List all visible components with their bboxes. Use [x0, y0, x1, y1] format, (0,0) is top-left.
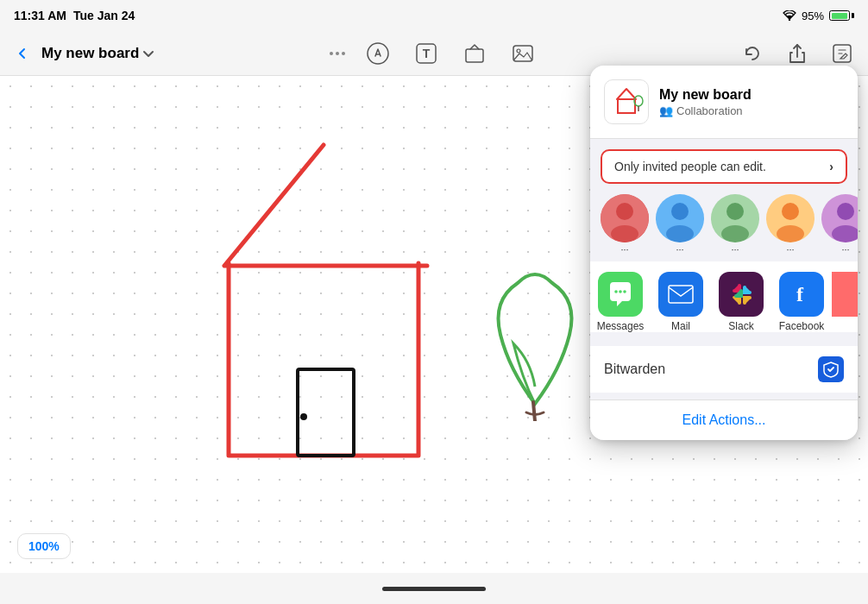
svg-rect-10	[618, 99, 635, 113]
svg-point-24	[777, 225, 804, 242]
invite-banner[interactable]: Only invited people can edit. ›	[601, 149, 847, 184]
home-indicator	[0, 573, 868, 604]
svg-point-14	[616, 203, 633, 220]
collab-text: Collaboration	[676, 104, 743, 117]
app-slack[interactable]: Slack	[711, 272, 771, 332]
svg-point-0	[789, 19, 790, 21]
battery-icon	[829, 10, 854, 21]
section-gap-3	[590, 393, 858, 400]
svg-point-6	[517, 49, 520, 53]
mail-label: Mail	[671, 320, 690, 332]
svg-text:f: f	[796, 283, 804, 305]
status-left: 11:31 AM Tue Jan 24	[14, 9, 135, 22]
bitwarden-label: Bitwarden	[604, 362, 665, 377]
media-tool-button[interactable]	[507, 38, 538, 69]
invite-chevron: ›	[829, 160, 833, 173]
svg-point-21	[721, 225, 749, 242]
person-name-2: ···	[676, 244, 683, 255]
svg-point-29	[619, 290, 622, 293]
messages-icon	[598, 272, 643, 317]
pen-tool-button[interactable]	[362, 38, 393, 69]
apps-row: Messages Mail	[590, 261, 858, 332]
svg-point-1	[368, 43, 388, 64]
home-bar	[382, 587, 486, 591]
toolbar-right	[737, 38, 858, 69]
invite-text: Only invited people can edit.	[614, 160, 766, 173]
board-title-chevron	[142, 49, 154, 58]
person-avatar-3[interactable]: ···	[711, 194, 759, 255]
slack-icon	[719, 272, 764, 317]
svg-text:T: T	[423, 47, 431, 60]
section-gap-2	[590, 332, 858, 339]
messages-label: Messages	[597, 320, 645, 332]
svg-point-15	[611, 225, 638, 242]
app-partial[interactable]	[832, 272, 858, 320]
edit-actions-text: Edit Actions...	[604, 412, 844, 428]
edit-actions-row[interactable]: Edit Actions...	[590, 400, 858, 440]
svg-point-9	[300, 413, 307, 420]
shapes-tool-button[interactable]	[459, 38, 490, 69]
popup-board-icon	[604, 79, 649, 124]
person-name-1: ···	[620, 244, 628, 255]
svg-rect-4	[466, 49, 483, 62]
slack-label: Slack	[728, 320, 753, 332]
popup-header: My new board 👥 Collaboration	[590, 66, 858, 139]
person-name-5: ···	[841, 244, 849, 255]
new-note-button[interactable]	[827, 38, 858, 69]
ellipsis-dots	[330, 52, 345, 55]
person-name-3: ···	[731, 244, 739, 255]
svg-rect-5	[513, 46, 532, 61]
share-button[interactable]	[782, 38, 813, 69]
facebook-icon: f	[779, 272, 824, 317]
svg-point-26	[837, 203, 854, 220]
status-bar: 11:31 AM Tue Jan 24 95%	[0, 0, 868, 31]
person-avatar-5[interactable]: ···	[821, 194, 858, 255]
people-row: ··· ··· ···	[590, 184, 858, 255]
person-avatar-4[interactable]: ···	[766, 194, 815, 255]
svg-rect-31	[669, 286, 693, 303]
board-title-button[interactable]: My new board	[41, 45, 154, 62]
partial-app-icon	[832, 272, 858, 317]
app-messages[interactable]: Messages	[590, 272, 651, 332]
facebook-label: Facebook	[779, 320, 825, 332]
person-avatar-1[interactable]: ···	[601, 194, 649, 255]
mail-icon	[658, 272, 703, 317]
person-name-4: ···	[786, 244, 794, 255]
popup-collab-label: 👥 Collaboration	[659, 104, 844, 117]
battery-percent: 95%	[802, 9, 824, 22]
svg-rect-8	[298, 369, 354, 456]
share-popup: My new board 👥 Collaboration Only invite…	[590, 66, 858, 440]
text-tool-button[interactable]: T	[411, 38, 442, 69]
svg-point-28	[614, 290, 618, 293]
bitwarden-icon	[818, 356, 844, 382]
person-avatar-2[interactable]: ···	[656, 194, 704, 255]
toolbar-center: T	[330, 38, 538, 69]
bush-drawing	[483, 249, 587, 421]
svg-point-17	[671, 203, 689, 220]
status-time: 11:31 AM	[14, 9, 66, 22]
back-button[interactable]	[10, 41, 35, 66]
status-right: 95%	[783, 9, 854, 22]
board-title: My new board	[41, 45, 139, 62]
wifi-icon	[783, 10, 796, 21]
svg-point-30	[623, 290, 626, 293]
app-mail[interactable]: Mail	[651, 272, 711, 332]
app-facebook[interactable]: f Facebook	[771, 272, 832, 332]
bitwarden-row[interactable]: Bitwarden	[590, 346, 858, 393]
board-thumbnail	[608, 84, 645, 120]
collab-icon: 👥	[659, 104, 673, 117]
popup-board-info: My new board 👥 Collaboration	[659, 87, 844, 117]
svg-point-23	[782, 203, 799, 220]
house-drawing	[173, 128, 475, 516]
status-date: Tue Jan 24	[73, 9, 135, 22]
popup-board-name: My new board	[659, 87, 844, 103]
section-gap-1	[590, 255, 858, 261]
undo-button[interactable]	[737, 38, 768, 69]
svg-point-18	[666, 225, 694, 242]
svg-point-20	[726, 203, 744, 220]
zoom-button[interactable]: 100%	[17, 533, 71, 559]
